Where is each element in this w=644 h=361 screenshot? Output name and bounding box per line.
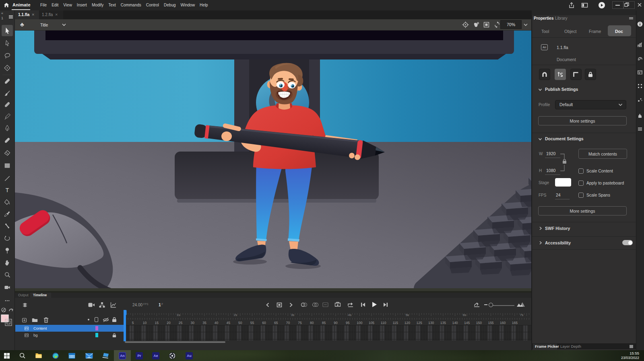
svg-text:100: 100 [357,321,362,325]
svg-text:135: 135 [440,321,446,325]
svg-text:T: T [6,187,9,193]
svg-text:165: 165 [512,321,518,325]
svg-text:25: 25 [179,321,183,325]
svg-text:110: 110 [381,321,386,325]
svg-text:55: 55 [250,321,254,325]
svg-text:160: 160 [500,321,506,325]
svg-text:75: 75 [298,321,302,325]
svg-text:15: 15 [155,321,159,325]
svg-text:40: 40 [215,321,219,325]
svg-text:85: 85 [322,321,326,325]
svg-text:7s: 7s [520,313,523,317]
svg-text:125: 125 [417,321,422,325]
svg-text:155: 155 [488,321,493,325]
svg-text:50: 50 [238,321,242,325]
svg-text:90: 90 [334,321,338,325]
svg-text:140: 140 [452,321,458,325]
svg-text:30: 30 [190,321,194,325]
svg-text:3s: 3s [291,313,294,317]
svg-text:5s: 5s [406,313,409,317]
svg-text:145: 145 [464,321,470,325]
svg-text:1s: 1s [177,313,180,317]
svg-text:70: 70 [286,321,290,325]
svg-text:4s: 4s [348,313,351,317]
svg-text:10: 10 [143,321,147,325]
svg-text:130: 130 [428,321,434,325]
svg-text:120: 120 [405,321,410,325]
svg-text:5: 5 [132,321,134,325]
svg-text:65: 65 [274,321,278,325]
svg-text:45: 45 [226,321,230,325]
svg-text:35: 35 [202,321,206,325]
svg-text:20: 20 [167,321,171,325]
svg-text:60: 60 [262,321,266,325]
svg-text:2s: 2s [234,313,237,317]
svg-text:80: 80 [310,321,314,325]
svg-text:115: 115 [393,321,398,325]
svg-text:6s: 6s [463,313,466,317]
svg-text:95: 95 [346,321,350,325]
svg-text:150: 150 [476,321,482,325]
svg-text:105: 105 [369,321,374,325]
